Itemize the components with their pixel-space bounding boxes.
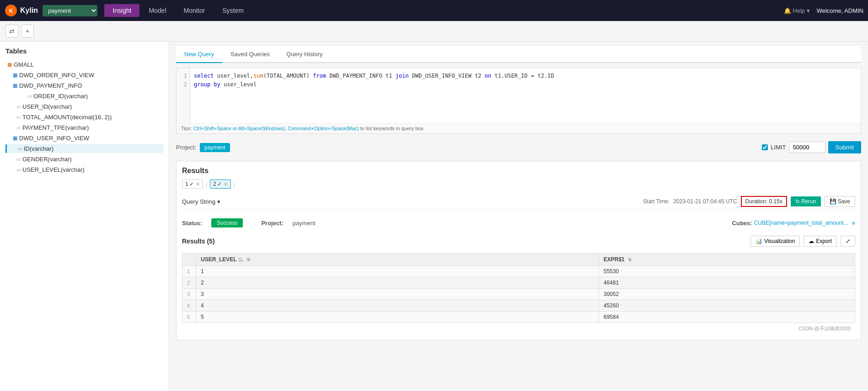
rerun-icon: ↻ <box>795 198 800 205</box>
submit-button[interactable]: Submit <box>828 141 861 153</box>
result-tab-2[interactable]: 2 ✓ ✕ <box>210 180 231 189</box>
row-num-3: 3 <box>182 289 196 300</box>
tree-item-user-level[interactable]: ▭ USER_LEVEL(varchar) <box>5 164 163 175</box>
tree-item-id-col[interactable]: ▭ ID(varchar) <box>5 143 163 154</box>
status-row: Status: Success Project: payment Cubes: … <box>182 215 855 231</box>
tree-item-order-id[interactable]: ▭ ORDER_ID(varchar) <box>5 91 163 101</box>
result-tab-1-check: ✓ <box>189 181 194 187</box>
limit-checkbox[interactable] <box>762 144 768 150</box>
duration-badge: Duration: 0.15s <box>741 196 787 207</box>
col-icon-total-amount: ▭ <box>16 115 21 120</box>
kylin-logo: K <box>5 4 17 17</box>
save-button[interactable]: 💾 Save <box>825 196 855 207</box>
start-time-value: 2023-01-21 07:04:45 UTC <box>673 198 737 205</box>
result-tab-2-close[interactable]: ✕ <box>224 181 228 187</box>
query-info-bar: Query String ▾ Start Time: 2023-01-21 07… <box>182 193 855 210</box>
svg-text:K: K <box>9 8 13 14</box>
tree-label-dwd-user: DWD_USER_INFO_VIEW <box>19 135 89 142</box>
tab-new-query[interactable]: New Query <box>176 46 222 63</box>
tree-item-gmall[interactable]: ▦ GMALL <box>5 59 163 70</box>
welcome-text: Welcome, ADMIN <box>817 7 863 14</box>
project-badge: payment <box>200 143 230 152</box>
nav-item-monitor[interactable]: Monitor <box>176 4 214 17</box>
tips-link-ctrl[interactable]: Ctrl+Shift+Space or Alt+Space(Windows), … <box>193 126 359 131</box>
tree-item-payment-tpe[interactable]: ▭ PAYMENT_TPE(varchar) <box>5 122 163 133</box>
tree-item-user-id[interactable]: ▭ USER_ID(varchar) <box>5 101 163 112</box>
col-icon-id: ▭ <box>18 146 22 151</box>
result-separator-2: | <box>234 181 235 188</box>
editor-area[interactable]: 1 2 select user_level,sum(TOTAL_AMOUNT) … <box>177 68 861 123</box>
editor-content[interactable]: select user_level,sum(TOTAL_AMOUNT) from… <box>190 68 861 123</box>
col-icon-order-id: ▭ <box>27 94 32 99</box>
nav-item-insight[interactable]: Insight <box>104 4 139 17</box>
col-header-user-level[interactable]: USER_LEVEL ::. ⇅ <box>196 254 599 266</box>
query-string-label: Query String <box>182 198 215 205</box>
db-icon: ▦ <box>7 62 12 68</box>
project-value-results: payment <box>293 220 316 227</box>
cell-user-level-5: 5 <box>196 312 599 323</box>
line-numbers: 1 2 <box>177 68 190 123</box>
export-button[interactable]: ☁ Export <box>804 236 837 247</box>
cell-user-level-4: 4 <box>196 300 599 312</box>
nav-items: Insight Model Monitor System <box>104 4 784 17</box>
chart-icon: 📊 <box>755 238 762 244</box>
result-tabs: 1 ✓ ✕ | 2 ✓ ✕ | <box>182 180 855 189</box>
result-tab-1-num: 1 <box>185 181 188 187</box>
tree-item-total-amount[interactable]: ▭ TOTAL_AMOUNT(decimal(16, 2)) <box>5 112 163 122</box>
tab-saved-queries[interactable]: Saved Queries <box>222 46 278 63</box>
query-actions: Start Time: 2023-01-21 07:04:45 UTC Dura… <box>643 196 855 207</box>
table-row: 2 2 46481 <box>182 277 855 289</box>
tree-item-dwd-order[interactable]: ▦ DWD_ORDER_INFO_VIEW <box>5 70 163 80</box>
visualization-button[interactable]: 📊 Visualization <box>750 236 800 247</box>
project-selector[interactable]: payment <box>43 5 97 16</box>
limit-input[interactable] <box>789 142 825 153</box>
add-button[interactable]: + <box>21 25 34 37</box>
project-label-results: Project: <box>261 220 283 227</box>
tree-label-dwd-payment: DWD_PAYMENT_INFO <box>19 82 82 89</box>
project-bar: Project: payment LIMIT Submit <box>176 137 861 157</box>
expand-button[interactable]: ⤢ <box>841 236 855 247</box>
export-icon: ☁ <box>809 238 814 244</box>
watermark: CSDN @不以物喜2020 <box>182 323 855 334</box>
tree-label-id: ID(varchar) <box>24 145 54 152</box>
main-layout: Tables ▦ GMALL ▦ DWD_ORDER_INFO_VIEW ▦ D… <box>0 42 868 391</box>
tree-label-gmall: GMALL <box>14 61 34 68</box>
tree-item-gender[interactable]: ▭ GENDER(varchar) <box>5 154 163 164</box>
limit-label: LIMIT <box>771 144 786 151</box>
tree-label-user-level: USER_LEVEL(varchar) <box>22 166 85 173</box>
data-table: USER_LEVEL ::. ⇅ EXPR$1 ⇅ 1 1 55530 <box>182 253 855 323</box>
col-header-rownum <box>182 254 196 266</box>
nav-item-system[interactable]: System <box>214 4 252 17</box>
result-tab-1-close[interactable]: ✕ <box>196 181 200 187</box>
editor-line-2: group by user_level <box>194 80 857 89</box>
result-tab-1[interactable]: 1 ✓ ✕ <box>182 180 203 189</box>
status-badge: Success <box>211 218 243 227</box>
cube-list-icon[interactable]: ≡ <box>852 220 855 227</box>
limit-area: LIMIT Submit <box>762 141 861 153</box>
sync-button[interactable]: ⇄ <box>5 25 18 37</box>
tree-item-dwd-payment[interactable]: ▦ DWD_PAYMENT_INFO <box>5 80 163 91</box>
col-header-expr1[interactable]: EXPR$1 ⇅ <box>599 254 855 266</box>
cubes-label: Cubes: <box>732 220 752 227</box>
tab-query-history[interactable]: Query History <box>278 46 331 63</box>
sort-icon-user-level[interactable]: ⇅ <box>246 257 250 262</box>
query-tabs: New Query Saved Queries Query History <box>176 46 861 63</box>
help-link[interactable]: 🔔 Help ▾ <box>784 7 810 14</box>
nav-item-model[interactable]: Model <box>140 4 174 17</box>
col-icon-gender: ▭ <box>16 157 21 162</box>
tips-text: Tips: Ctrl+Shift+Space or Alt+Space(Wind… <box>181 126 425 131</box>
results-section: Results 1 ✓ ✕ | 2 ✓ ✕ | Query St <box>176 161 861 340</box>
col-icon-payment-tpe: ▭ <box>16 125 21 130</box>
rerun-button[interactable]: ↻ Rerun <box>791 196 821 206</box>
row-num-2: 2 <box>182 277 196 289</box>
tree-label-order-id: ORDER_ID(varchar) <box>33 93 88 100</box>
project-label: Project: <box>176 144 196 151</box>
query-string-toggle[interactable]: Query String ▾ <box>182 198 220 205</box>
sort-icon-expr1[interactable]: ⇅ <box>628 257 632 262</box>
top-nav: K Kylin payment Insight Model Monitor Sy… <box>0 0 868 21</box>
table-icon-order: ▦ <box>13 72 17 78</box>
result-separator: | <box>206 181 207 188</box>
cell-expr1-3: 30052 <box>599 289 855 300</box>
tree-item-dwd-user[interactable]: ▦ DWD_USER_INFO_VIEW <box>5 133 163 143</box>
table-icon-user: ▦ <box>13 135 17 141</box>
